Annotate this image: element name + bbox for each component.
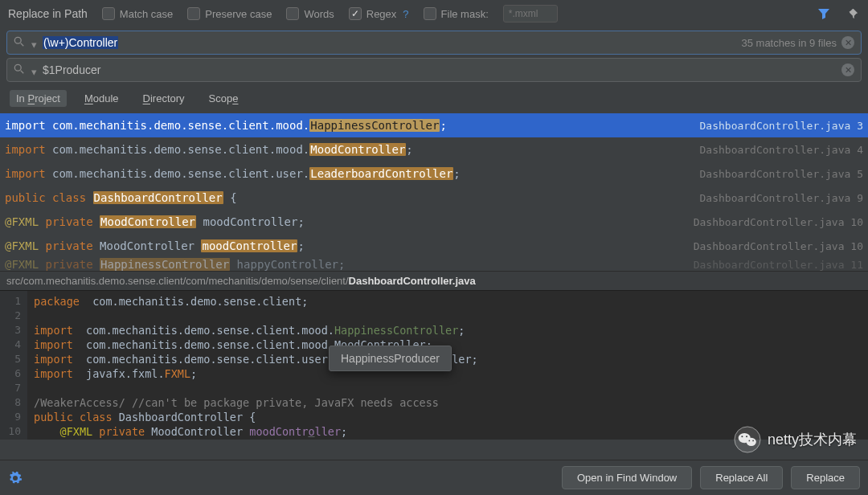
dialog-title: Replace in Path — [8, 7, 88, 20]
gutter: 12345678910 — [0, 291, 27, 440]
preserve-case-label: Preserve case — [205, 8, 272, 20]
svg-point-2 — [14, 64, 21, 71]
preview-path: src/com.mechanitis.demo.sense.client/com… — [0, 271, 868, 290]
result-row[interactable]: @FXML private MoodController moodControl… — [0, 234, 868, 258]
open-in-find-window-button[interactable]: Open in Find Window — [562, 466, 692, 489]
svg-point-7 — [741, 436, 743, 437]
svg-line-3 — [21, 71, 24, 74]
scope-tabs: In Project Module Directory Scope — [0, 85, 868, 113]
clear-search-icon[interactable]: ✕ — [841, 36, 854, 49]
scope-tab-scope[interactable]: Scope — [203, 90, 245, 107]
search-icon — [14, 36, 27, 49]
match-count: 35 matches in 9 files — [741, 37, 837, 49]
result-row[interactable]: import com.mechanitis.demo.sense.client.… — [0, 137, 868, 162]
dialog-header: Replace in Path Match case Preserve case… — [0, 0, 868, 27]
file-mask-label: File mask: — [441, 8, 489, 20]
svg-line-1 — [21, 43, 24, 47]
wechat-icon — [734, 426, 761, 453]
regex-option[interactable]: Regex? — [349, 7, 409, 20]
result-row[interactable]: import com.mechanitis.demo.sense.client.… — [0, 162, 868, 186]
svg-point-9 — [748, 440, 750, 442]
result-row[interactable]: @FXML private HappinessController happyC… — [0, 258, 868, 271]
watermark-text: netty技术内幕 — [768, 430, 857, 449]
file-mask-option[interactable]: File mask: — [424, 7, 489, 20]
scope-tab-module[interactable]: Module — [78, 90, 125, 107]
words-label: Words — [304, 8, 334, 20]
settings-icon[interactable] — [8, 471, 23, 485]
words-option[interactable]: Words — [286, 7, 334, 20]
code-preview[interactable]: 12345678910 package com.mechanitis.demo.… — [0, 290, 868, 440]
svg-point-8 — [746, 436, 747, 437]
words-checkbox[interactable] — [286, 7, 299, 20]
replace-button[interactable]: Replace — [791, 466, 860, 489]
match-case-checkbox[interactable] — [102, 7, 115, 20]
watermark: netty技术内幕 — [734, 426, 857, 453]
preserve-case-checkbox[interactable] — [187, 7, 200, 20]
code-area[interactable]: package com.mechanitis.demo.sense.client… — [27, 291, 868, 440]
replace-icon — [14, 63, 27, 76]
file-mask-checkbox[interactable] — [424, 7, 436, 20]
scope-tab-directory[interactable]: Directory — [137, 90, 191, 107]
replace-input[interactable]: $1Producer — [43, 63, 837, 76]
scope-tab-project[interactable]: In Project — [10, 90, 67, 107]
search-field-row[interactable]: ▾ (\w+)Controller 35 matches in 9 files … — [6, 31, 862, 55]
regex-checkbox[interactable] — [349, 7, 362, 20]
regex-label: Regex — [366, 8, 397, 20]
svg-point-6 — [747, 438, 756, 446]
results-list[interactable]: import com.mechanitis.demo.sense.client.… — [0, 113, 868, 271]
clear-replace-icon[interactable]: ✕ — [841, 63, 854, 76]
replace-field-row[interactable]: ▾ $1Producer ✕ — [6, 58, 862, 82]
history-chevron-icon[interactable]: ▾ — [31, 39, 39, 47]
replace-history-chevron-icon[interactable]: ▾ — [31, 66, 39, 74]
match-case-label: Match case — [120, 8, 173, 20]
preserve-case-option[interactable]: Preserve case — [187, 7, 272, 20]
result-row[interactable]: public class DashboardController { Dashb… — [0, 186, 868, 210]
match-case-option[interactable]: Match case — [102, 7, 173, 20]
filter-icon[interactable] — [817, 6, 831, 21]
dialog-footer: Open in Find Window Replace All Replace — [0, 460, 868, 495]
result-row[interactable]: import com.mechanitis.demo.sense.client.… — [0, 113, 868, 137]
replace-preview-tooltip: HappinessProducer — [329, 346, 452, 371]
result-row[interactable]: @FXML private MoodController moodControl… — [0, 210, 868, 234]
file-mask-input[interactable] — [503, 5, 558, 22]
regex-help-icon[interactable]: ? — [403, 8, 408, 20]
pin-icon[interactable] — [845, 6, 860, 21]
svg-point-10 — [752, 440, 754, 442]
search-input[interactable]: (\w+)Controller — [43, 36, 735, 49]
svg-point-0 — [14, 37, 21, 43]
replace-all-button[interactable]: Replace All — [700, 466, 783, 489]
